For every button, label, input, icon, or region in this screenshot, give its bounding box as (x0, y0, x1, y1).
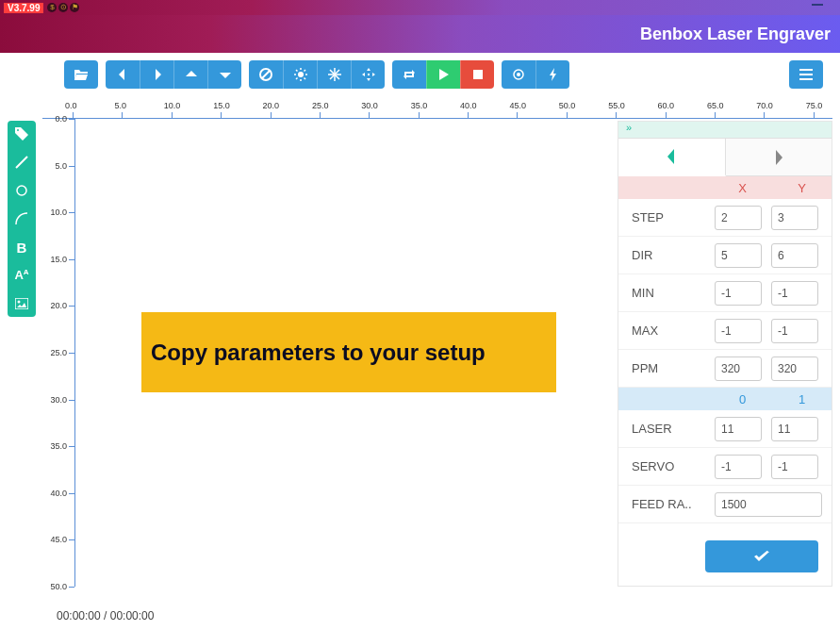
param-0-input[interactable] (715, 417, 762, 441)
ruler-h-tick: 10.0 (172, 112, 173, 118)
param-x-input[interactable] (715, 319, 762, 343)
chevron-up-icon (186, 70, 197, 79)
feed-rate-input[interactable] (715, 492, 822, 517)
app-title: Benbox Laser Engraver (640, 25, 831, 44)
svg-line-22 (16, 157, 27, 168)
image-icon (15, 298, 28, 309)
confirm-button[interactable] (705, 540, 818, 572)
chevron-right-icon (773, 150, 784, 165)
stop-button[interactable] (460, 60, 494, 89)
svg-point-25 (18, 301, 21, 304)
col-0-label: 0 (713, 392, 772, 406)
circle-tool[interactable] (15, 183, 28, 198)
hamburger-icon (799, 69, 813, 80)
bold-icon: B (17, 240, 27, 256)
chevron-right-icon (153, 69, 162, 80)
play-button[interactable] (426, 60, 460, 89)
jog-group (106, 60, 241, 89)
ruler-h-tick: 0.0 (73, 112, 74, 118)
panel-tabs (618, 139, 832, 176)
param-y-input[interactable] (771, 356, 818, 381)
titlebar: V3.7.99 $⊙⚑ (0, 0, 840, 15)
parameters-panel: » X Y STEPDIRMINMAXPPM 0 1 LASERSERVO FE… (618, 121, 832, 587)
ruler-horizontal: 0.05.010.015.020.025.030.035.040.045.050… (42, 96, 832, 119)
ban-button[interactable] (249, 60, 283, 89)
param-row: MAX (618, 312, 832, 350)
jog-up-button[interactable] (173, 60, 207, 89)
canvas-area[interactable]: Copy parameters to your setup (74, 119, 616, 587)
param-y-input[interactable] (771, 319, 818, 343)
param-1-input[interactable] (771, 417, 818, 441)
minimize-icon[interactable] (812, 4, 823, 6)
ruler-h-tick: 40.0 (468, 112, 469, 118)
sun-button[interactable] (283, 60, 317, 89)
svg-line-10 (304, 70, 305, 72)
tag-tool[interactable] (15, 126, 28, 141)
ruler-h-tick: 50.0 (567, 112, 568, 118)
io-header: 0 1 (618, 388, 832, 410)
version-badge: V3.7.99 (4, 3, 43, 13)
bold-tool[interactable]: B (17, 240, 27, 255)
annotation-overlay: Copy parameters to your setup (141, 312, 556, 392)
svg-rect-16 (473, 70, 483, 79)
move-button[interactable] (351, 60, 385, 89)
text-tool[interactable]: AA (14, 268, 28, 283)
ruler-h-tick: 45.0 (517, 112, 518, 118)
param-y-input[interactable] (771, 206, 818, 230)
svg-rect-24 (15, 298, 28, 309)
jog-down-button[interactable] (207, 60, 241, 89)
target-button[interactable] (502, 60, 535, 89)
param-row: MIN (618, 274, 832, 312)
svg-point-23 (17, 186, 26, 195)
line-icon (15, 156, 28, 169)
menu-button[interactable] (789, 60, 823, 89)
param-0-input[interactable] (715, 455, 762, 479)
param-row: LASER (618, 410, 832, 448)
arc-tool[interactable] (15, 211, 28, 226)
tab-next[interactable] (726, 139, 832, 176)
ruler-h-tick: 35.0 (419, 112, 420, 118)
open-button[interactable] (64, 60, 98, 89)
play-icon (439, 69, 449, 80)
repeat-icon (403, 69, 416, 80)
param-label: DIR (632, 248, 715, 262)
param-x-input[interactable] (715, 206, 762, 230)
param-x-input[interactable] (715, 243, 762, 268)
param-y-input[interactable] (771, 281, 818, 306)
ruler-h-tick: 20.0 (271, 112, 272, 118)
param-x-input[interactable] (715, 281, 762, 306)
svg-point-2 (298, 72, 304, 77)
text-icon: AA (14, 268, 28, 282)
main-toolbar (0, 53, 840, 96)
param-row-feed: FEED RA.. (618, 486, 832, 523)
param-label: PPM (632, 361, 715, 375)
param-y-input[interactable] (771, 243, 818, 268)
snowflake-icon (328, 68, 341, 81)
stop-icon (473, 70, 483, 79)
lightning-button[interactable] (535, 60, 569, 89)
target-icon (512, 68, 525, 81)
param-1-input[interactable] (771, 455, 818, 479)
tab-prev[interactable] (618, 139, 726, 176)
svg-line-9 (296, 78, 298, 80)
svg-rect-21 (799, 78, 813, 80)
line-tool[interactable] (15, 155, 28, 170)
jog-right-button[interactable] (140, 60, 173, 89)
file-group (64, 60, 98, 89)
svg-rect-19 (799, 69, 813, 71)
col-y-label: Y (772, 181, 832, 195)
param-x-input[interactable] (715, 356, 762, 381)
image-tool[interactable] (15, 296, 28, 311)
snow-button[interactable] (317, 60, 351, 89)
ruler-h-tick: 60.0 (666, 112, 667, 118)
tag-icon (15, 127, 28, 141)
chevron-left-icon (666, 149, 677, 164)
arc-icon (15, 212, 28, 225)
jog-left-button[interactable] (106, 60, 140, 89)
ruler-h-tick: 30.0 (369, 112, 370, 118)
panel-collapse-bar[interactable]: » (618, 122, 832, 139)
mode-group (249, 60, 385, 89)
repeat-button[interactable] (392, 60, 426, 89)
menu-group (789, 60, 823, 89)
param-label: LASER (632, 422, 715, 436)
